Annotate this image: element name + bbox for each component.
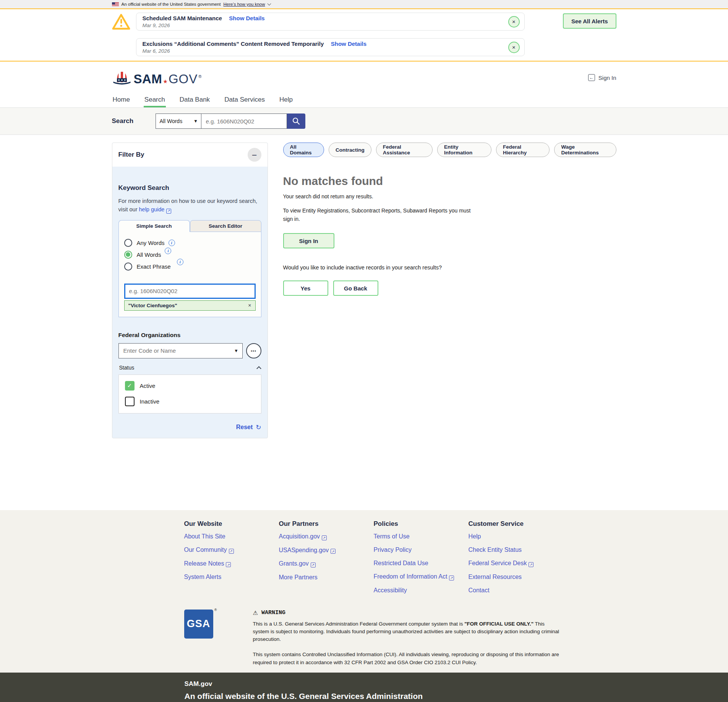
domain-tab-federal-assistance[interactable]: Federal Assistance (376, 143, 433, 157)
info-icon[interactable]: i (165, 248, 171, 254)
how-you-know-link[interactable]: Here’s how you know (223, 2, 265, 6)
minus-icon: − (251, 151, 257, 159)
footer-link-contact[interactable]: Contact (469, 587, 563, 594)
radio-exact-phrase[interactable] (124, 263, 132, 271)
info-icon[interactable]: i (169, 240, 175, 246)
alert-card-exclusions: Exclusions “Additional Comments” Content… (136, 38, 525, 56)
checkbox-inactive[interactable] (125, 397, 135, 406)
external-link-icon: ↗ (311, 563, 316, 567)
footer-link-system-alerts[interactable]: System Alerts (184, 574, 279, 580)
check-icon: ✓ (127, 382, 132, 389)
header-sign-in-link[interactable]: ← Sign In (588, 74, 616, 81)
footer-column-heading: Policies (374, 520, 469, 528)
footer-link-release-notes[interactable]: Release Notes↗ (184, 560, 279, 567)
system-warning: ⚠ WARNING This is a U.S. General Service… (253, 610, 563, 666)
sam-gov-logo[interactable]: SAM ★ GOV ® (112, 69, 202, 86)
go-back-button[interactable]: Go Back (333, 280, 378, 296)
tab-search-editor[interactable]: Search Editor (190, 220, 261, 232)
domain-tab-wage-determinations[interactable]: Wage Determinations (554, 143, 616, 157)
radio-any-words[interactable] (124, 239, 132, 247)
reset-filters-link[interactable]: Reset (236, 424, 253, 431)
close-alert-button[interactable]: × (508, 16, 520, 28)
close-icon: × (512, 44, 516, 50)
footer-link-more-partners[interactable]: More Partners (279, 574, 374, 581)
federal-organizations-combo[interactable]: ▼ (118, 343, 243, 358)
help-guide-link[interactable]: help guide↗ (139, 206, 172, 212)
footer-link-our-community[interactable]: Our Community↗ (184, 546, 279, 554)
federal-organizations-input[interactable] (123, 347, 235, 354)
site-footer: Our Website About This Site Our Communit… (0, 510, 728, 673)
footer-link-check-entity-status[interactable]: Check Entity Status (469, 546, 563, 553)
dropdown-arrow-icon: ▼ (195, 119, 197, 123)
info-icon[interactable]: i (177, 259, 183, 265)
domain-tab-federal-hierarchy[interactable]: Federal Hierarchy (496, 143, 550, 157)
show-details-link[interactable]: Show Details (229, 15, 264, 21)
yes-button[interactable]: Yes (283, 280, 328, 296)
federal-organizations-heading: Federal Organizations (118, 332, 261, 339)
close-alert-button[interactable]: × (508, 42, 520, 53)
keyword-tag: "Victor Cienfuegos" × (124, 300, 256, 311)
top-search-input[interactable] (201, 113, 287, 129)
tab-simple-search[interactable]: Simple Search (118, 220, 190, 232)
see-all-alerts-button[interactable]: See All Alerts (563, 13, 616, 29)
footer-column-our-partners: Our Partners Acquisition.gov↗ USASpendin… (279, 520, 374, 600)
gsa-registered-mark: ® (214, 608, 217, 612)
domain-tab-entity-information[interactable]: Entity Information (437, 143, 491, 157)
status-options: ✓ Active Inactive (118, 375, 261, 413)
nav-search[interactable]: Search (144, 92, 166, 107)
footer-link-acquisition-gov[interactable]: Acquisition.gov↗ (279, 533, 374, 540)
nav-data-services[interactable]: Data Services (224, 92, 266, 107)
footer-link-terms-of-use[interactable]: Terms of Use (374, 533, 469, 540)
checkbox-active-label: Active (140, 383, 156, 389)
ellipsis-icon: ••• (251, 349, 256, 353)
brand-gov: GOV (169, 72, 198, 86)
keyword-input[interactable] (124, 284, 256, 299)
external-link-icon: ↗ (529, 562, 533, 567)
domain-tab-all-domains[interactable]: All Domains (283, 143, 324, 157)
footer-link-accessibility[interactable]: Accessibility (374, 587, 469, 594)
checkbox-active[interactable]: ✓ (125, 381, 135, 391)
footer-link-help[interactable]: Help (469, 533, 563, 540)
footer-link-privacy-policy[interactable]: Privacy Policy (374, 546, 469, 553)
more-options-button[interactable]: ••• (246, 343, 261, 358)
sign-in-icon: ← (588, 74, 595, 81)
radio-all-words[interactable] (124, 251, 132, 259)
nav-home[interactable]: Home (112, 92, 131, 107)
radio-any-words-label: Any Words (137, 240, 165, 246)
footer-link-restricted-data-use[interactable]: Restricted Data Use (374, 560, 469, 567)
status-accordion-header[interactable]: Status (118, 365, 261, 371)
sign-in-button[interactable]: Sign In (283, 233, 334, 248)
search-button[interactable] (287, 113, 305, 129)
chevron-down-icon (267, 2, 271, 5)
footer-link-usaspending-gov[interactable]: USASpending.gov↗ (279, 547, 374, 554)
search-results: All Domains Contracting Federal Assistan… (283, 143, 616, 296)
external-link-icon: ↗ (322, 535, 327, 540)
simple-search-panel: Any Words i All Words i Exact Phrase i (118, 232, 261, 317)
footer-link-about-this-site[interactable]: About This Site (184, 533, 279, 540)
domain-tab-contracting[interactable]: Contracting (329, 143, 371, 157)
alerts-section: Scheduled SAM Maintenance Show Details M… (0, 8, 728, 62)
alert-row: Exclusions “Additional Comments” Content… (112, 38, 616, 56)
collapse-filters-button[interactable]: − (248, 148, 261, 162)
chevron-up-icon (256, 366, 261, 371)
nav-data-bank[interactable]: Data Bank (179, 92, 211, 107)
show-details-link[interactable]: Show Details (331, 41, 366, 47)
warning-title: WARNING (261, 610, 285, 616)
red-star-icon: ★ (163, 78, 168, 84)
filter-panel-title: Filter By (118, 151, 144, 159)
search-mode-value: All Words (160, 118, 183, 124)
reset-icon[interactable]: ↻ (256, 423, 261, 431)
inactive-records-question: Would you like to include inactive recor… (283, 264, 616, 271)
footer-link-foia[interactable]: Freedom of Information Act↗ (374, 573, 469, 580)
search-mode-select[interactable]: All Words ▼ (156, 113, 201, 129)
footer-link-grants-gov[interactable]: Grants.gov↗ (279, 560, 374, 567)
search-label: Search (112, 117, 156, 125)
remove-tag-icon[interactable]: × (248, 302, 251, 308)
external-link-icon: ↗ (449, 576, 454, 580)
footer-link-external-resources[interactable]: External Resources (469, 574, 563, 580)
nav-help[interactable]: Help (279, 92, 293, 107)
footer-column-heading: Our Website (184, 520, 279, 528)
gov-banner: An official website of the United States… (0, 0, 728, 8)
footer-link-federal-service-desk[interactable]: Federal Service Desk↗ (469, 560, 563, 567)
us-flag-icon (112, 2, 119, 6)
